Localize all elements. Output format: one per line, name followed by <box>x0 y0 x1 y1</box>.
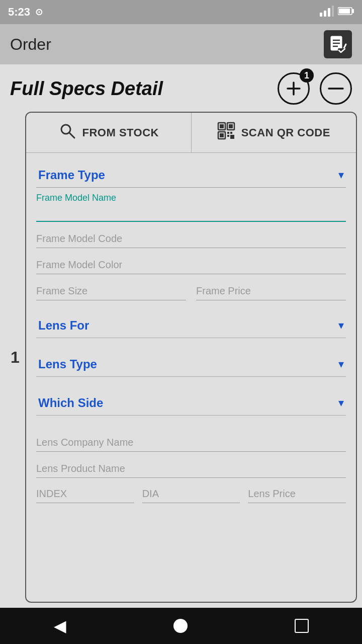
form-body: Frame Type ▾ Frame Model Name <box>26 153 356 515</box>
lens-company-name-input[interactable] <box>36 435 346 452</box>
svg-rect-24 <box>230 132 232 134</box>
svg-rect-6 <box>339 9 350 14</box>
add-btn-wrap: 1 <box>278 72 310 105</box>
header-actions: 1 <box>278 72 352 105</box>
which-side-dropdown[interactable]: Which Side ▾ <box>36 389 346 416</box>
tab-from-stock-label: FROM STOCK <box>82 126 159 139</box>
svg-rect-18 <box>220 124 224 128</box>
checklist-icon[interactable] <box>324 30 352 58</box>
frame-size-input[interactable] <box>36 283 186 300</box>
index-input[interactable] <box>36 487 134 503</box>
page-title: Full Specs Detail <box>10 78 163 100</box>
battery-icon <box>338 7 354 18</box>
lens-type-dropdown[interactable]: Lens Type ▾ <box>36 350 346 377</box>
lens-type-arrow-icon: ▾ <box>338 358 344 371</box>
frame-size-field <box>36 283 186 300</box>
lens-price-input[interactable] <box>248 487 346 503</box>
svg-rect-5 <box>352 9 354 13</box>
lens-type-label: Lens Type <box>38 357 97 371</box>
back-button[interactable]: ◀ <box>44 611 76 640</box>
remove-button[interactable] <box>320 72 352 105</box>
which-side-arrow-icon: ▾ <box>338 396 344 410</box>
svg-rect-1 <box>324 11 326 17</box>
which-side-label: Which Side <box>38 396 103 410</box>
page-header: Full Specs Detail 1 <box>0 64 362 112</box>
tab-scan-qr-label: SCAN QR CODE <box>241 126 330 139</box>
status-time: 5:23 <box>8 6 30 19</box>
dia-field <box>142 487 240 503</box>
frame-model-name-field: Frame Model Name <box>36 193 346 222</box>
svg-rect-23 <box>227 132 229 134</box>
frame-model-name-label: Frame Model Name <box>36 193 346 203</box>
main-content: 1 FROM STOCK <box>0 112 362 608</box>
form-card: FROM STOCK <box>25 112 357 603</box>
tab-from-stock[interactable]: FROM STOCK <box>26 113 192 152</box>
frame-type-label: Frame Type <box>38 168 105 182</box>
status-icon-target: ⊙ <box>35 7 43 18</box>
frame-price-field <box>196 283 346 300</box>
frame-type-arrow-icon: ▾ <box>338 169 344 182</box>
svg-rect-22 <box>220 133 224 137</box>
svg-rect-20 <box>229 124 233 128</box>
svg-rect-3 <box>332 6 334 17</box>
lens-for-label: Lens For <box>38 318 89 333</box>
side-index: 1 <box>5 112 25 603</box>
recents-icon <box>295 619 309 633</box>
svg-line-16 <box>69 133 74 138</box>
qr-icon <box>217 122 235 143</box>
search-icon <box>58 122 76 143</box>
lens-company-name-field <box>36 435 346 452</box>
status-bar: 5:23 ⊙ <box>0 0 362 24</box>
lens-price-field <box>248 487 346 503</box>
signal-icon <box>320 6 334 19</box>
add-badge: 1 <box>300 68 314 83</box>
nav-bar: ◀ <box>0 608 362 644</box>
frame-model-name-input[interactable] <box>36 204 346 222</box>
index-field <box>36 487 134 503</box>
lens-for-dropdown[interactable]: Lens For ▾ <box>36 311 346 338</box>
svg-rect-26 <box>230 135 234 139</box>
frame-model-color-field <box>36 257 346 274</box>
form-tabs: FROM STOCK <box>26 113 356 153</box>
lens-product-name-field <box>36 461 346 478</box>
recents-button[interactable] <box>285 614 319 638</box>
frame-model-color-input[interactable] <box>36 257 346 274</box>
svg-rect-25 <box>227 135 229 137</box>
frame-model-code-field <box>36 231 346 248</box>
frame-price-input[interactable] <box>196 283 346 300</box>
lens-product-name-input[interactable] <box>36 461 346 478</box>
home-icon <box>173 619 188 633</box>
home-button[interactable] <box>163 614 198 638</box>
frame-size-price-row <box>36 283 346 302</box>
index-dia-price-row <box>36 487 346 505</box>
app-bar-title: Order <box>10 35 51 54</box>
frame-type-dropdown[interactable]: Frame Type ▾ <box>36 161 346 188</box>
dia-input[interactable] <box>142 487 240 503</box>
lens-for-arrow-icon: ▾ <box>338 319 344 332</box>
app-bar: Order <box>0 24 362 64</box>
tab-scan-qr[interactable]: SCAN QR CODE <box>192 113 356 152</box>
svg-rect-0 <box>320 13 322 17</box>
svg-rect-2 <box>328 8 330 17</box>
frame-model-code-input[interactable] <box>36 231 346 248</box>
